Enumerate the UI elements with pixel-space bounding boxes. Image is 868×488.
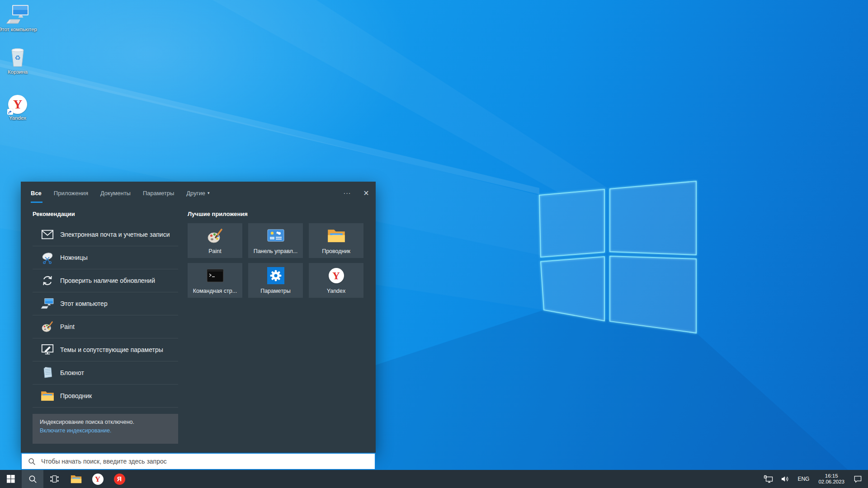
close-button[interactable]: ✕ [357, 182, 376, 204]
yandex-app-icon: Я [114, 474, 125, 485]
desktop-icon-label: Этот компьютер [0, 27, 38, 33]
task-view-button[interactable] [43, 470, 65, 488]
overflow-menu-button[interactable]: ··· [338, 182, 357, 204]
explorer-icon [41, 389, 54, 403]
desktop-icon-this-pc[interactable]: Этот компьютер [0, 3, 38, 33]
taskbar-search-button[interactable] [22, 470, 43, 488]
start-button[interactable] [0, 470, 22, 488]
tile-paint[interactable]: Paint [188, 223, 242, 258]
search-icon [28, 475, 37, 483]
desktop-icon-recycle-bin[interactable]: ♻ Корзина [0, 45, 38, 75]
desktop-icon-label: Yandex [0, 115, 38, 121]
recycle-bin-icon: ♻ [8, 46, 27, 68]
paint-icon [188, 227, 242, 245]
desktop-icon-label: Корзина [0, 69, 38, 75]
windows-logo-icon [7, 475, 15, 483]
clock-date: 02.06.2023 [818, 479, 844, 485]
desktop-icon-yandex[interactable]: Y Yandex [0, 91, 38, 121]
explorer-icon [309, 227, 363, 245]
recommendations-title: Рекомендации [33, 211, 75, 217]
recommendations-list: Электронная почта и учетные записи Ножни… [33, 223, 178, 408]
snipping-tool-icon [41, 251, 54, 264]
cmd-icon [188, 267, 242, 285]
clock[interactable]: 16:15 02.06.2023 [814, 470, 849, 488]
tab-more[interactable]: Другие ▾ [186, 182, 209, 204]
system-tray: ENG 16:15 02.06.2023 [760, 470, 868, 488]
paint-icon [41, 320, 54, 333]
speaker-icon [781, 475, 789, 483]
search-input[interactable] [41, 454, 375, 469]
mail-icon [41, 228, 54, 241]
svg-text:♻: ♻ [14, 54, 20, 62]
update-icon [41, 274, 54, 287]
indexing-notice: Индексирование поиска отключено. Включит… [33, 414, 178, 444]
yandex-browser-icon: Y [92, 474, 104, 485]
yandex-icon: Y [309, 267, 363, 285]
tab-documents[interactable]: Документы [100, 182, 131, 204]
top-apps-title: Лучшие приложения [188, 211, 248, 217]
tile-control-panel[interactable]: Панель управл... [248, 223, 303, 258]
themes-icon [41, 343, 54, 357]
settings-icon [248, 267, 303, 285]
list-item-paint[interactable]: Paint [33, 315, 178, 338]
this-pc-icon [6, 5, 29, 25]
list-item-mail[interactable]: Электронная почта и учетные записи [33, 223, 178, 246]
panel-controls: ··· ✕ [338, 182, 376, 204]
yandex-browser-button[interactable]: Y [87, 470, 108, 488]
list-item-check-updates[interactable]: Проверить наличие обновлений [33, 269, 178, 292]
network-tray-button[interactable] [760, 470, 777, 488]
search-icon [28, 458, 36, 465]
list-item-notepad[interactable]: Блокнот [33, 361, 178, 385]
taskbar-search-box [21, 453, 376, 470]
language-indicator[interactable]: ENG [793, 470, 814, 488]
list-item-explorer[interactable]: Проводник [33, 385, 178, 408]
enable-indexing-link[interactable]: Включите индексирование. [40, 427, 171, 434]
search-tabbar: Все Приложения Документы Параметры Други… [21, 182, 376, 204]
yandex-letter: Y [13, 98, 22, 111]
this-pc-icon [41, 297, 54, 310]
file-explorer-button[interactable] [65, 470, 87, 488]
tile-explorer[interactable]: Проводник [309, 223, 363, 258]
control-panel-icon [248, 227, 303, 245]
tile-yandex[interactable]: Y Yandex [309, 263, 363, 298]
shortcut-arrow-icon [7, 109, 13, 115]
yandex-browser-icon: Y [8, 95, 27, 114]
search-flyout-panel: Все Приложения Документы Параметры Други… [21, 182, 376, 453]
list-item-themes[interactable]: Темы и сопутствующие параметры [33, 338, 178, 361]
indexing-notice-text: Индексирование поиска отключено. [40, 419, 171, 425]
tab-settings[interactable]: Параметры [143, 182, 174, 204]
network-icon [764, 475, 774, 483]
action-center-button[interactable] [849, 470, 868, 488]
tile-settings[interactable]: Параметры [248, 263, 303, 298]
notepad-icon [41, 366, 54, 380]
list-item-snipping-tool[interactable]: Ножницы [33, 246, 178, 269]
tile-cmd[interactable]: Командная стр... [188, 263, 242, 298]
windows-desktop: Этот компьютер ♻ Корзина Y Yan [0, 0, 868, 488]
taskbar: Y Я ENG [0, 470, 868, 488]
explorer-icon [71, 474, 82, 484]
top-apps-grid: Paint Панель управл... [188, 223, 365, 298]
volume-tray-button[interactable] [777, 470, 793, 488]
chevron-down-icon: ▾ [208, 191, 210, 195]
action-center-icon [854, 475, 862, 483]
tab-all[interactable]: Все [31, 182, 42, 204]
clock-time: 16:15 [818, 473, 844, 479]
tab-apps[interactable]: Приложения [54, 182, 88, 204]
task-view-icon [50, 475, 59, 483]
list-item-this-pc[interactable]: Этот компьютер [33, 292, 178, 315]
yandex-app-button[interactable]: Я [108, 470, 130, 488]
